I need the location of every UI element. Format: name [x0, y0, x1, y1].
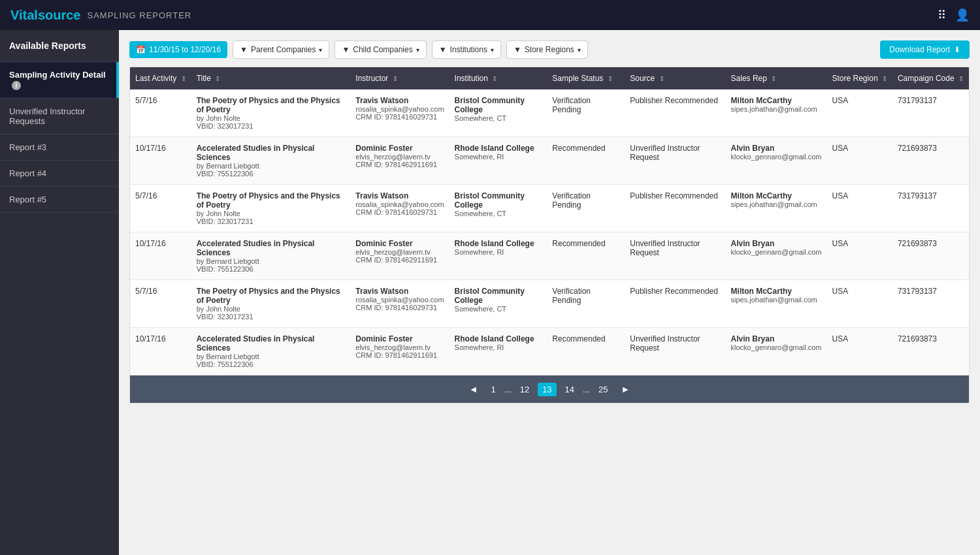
page-1-button[interactable]: 1 — [487, 383, 500, 396]
download-report-button[interactable]: Download Report ⬇ — [880, 40, 970, 59]
cell-source: Publisher Recommended — [625, 89, 725, 137]
cell-last-activity: 10/17/16 — [130, 137, 191, 185]
book-title: The Poetry of Physics and the Physics of… — [197, 191, 346, 210]
cell-title: Accelerated Studies in Physical Sciences… — [191, 328, 351, 375]
cell-campaign-code: 721693873 — [892, 328, 969, 375]
filter-icon: ▼ — [439, 45, 447, 54]
cell-sample-status: Verification Pending — [547, 280, 625, 328]
book-author: by John Nolte — [197, 305, 346, 313]
sidebar-item-report5[interactable]: Report #5 — [0, 187, 119, 213]
col-source[interactable]: Source ⇕ — [625, 67, 725, 89]
chevron-down-icon: ▾ — [416, 46, 419, 54]
col-instructor[interactable]: Instructor ⇕ — [350, 67, 449, 89]
main-content: 📅 11/30/15 to 12/20/16 ▼ Parent Companie… — [119, 30, 980, 555]
cell-store-region: USA — [827, 280, 892, 328]
instructor-email: elvis_herzog@lavern.tv — [355, 343, 444, 351]
institutions-filter[interactable]: ▼ Institutions ▾ — [432, 40, 501, 59]
table-row: 10/17/16 Accelerated Studies in Physical… — [130, 137, 969, 185]
institution-name: Rhode Island College — [455, 239, 542, 248]
cell-campaign-code: 731793137 — [892, 280, 969, 328]
parent-companies-filter[interactable]: ▼ Parent Companies ▾ — [233, 40, 329, 59]
cell-sample-status: Verification Pending — [547, 185, 625, 232]
institution-location: Somewhere, CT — [455, 210, 542, 217]
store-regions-label: Store Regions — [525, 45, 574, 54]
next-page-button[interactable]: ► — [616, 382, 634, 396]
sidebar-item-sampling-activity[interactable]: Sampling Activity Detail i — [0, 62, 119, 99]
institution-name: Rhode Island College — [455, 334, 542, 343]
page-13-button[interactable]: 13 — [538, 383, 556, 396]
table-row: 5/7/16 The Poetry of Physics and the Phy… — [130, 89, 969, 137]
col-sample-status[interactable]: Sample Status ⇕ — [547, 67, 625, 89]
cell-source: Unverified Instructor Request — [625, 137, 725, 185]
grid-icon[interactable]: ⠿ — [938, 8, 946, 22]
book-title: The Poetry of Physics and the Physics of… — [197, 96, 346, 114]
cell-institution: Bristol Community College Somewhere, CT — [449, 185, 547, 232]
instructor-name: Dominic Foster — [355, 144, 444, 153]
filters-bar: 📅 11/30/15 to 12/20/16 ▼ Parent Companie… — [129, 40, 970, 59]
cell-title: The Poetry of Physics and the Physics of… — [191, 89, 351, 137]
sales-rep-email: sipes.johathan@gmail.com — [731, 296, 822, 304]
calendar-icon: 📅 — [136, 45, 146, 54]
child-companies-filter[interactable]: ▼ Child Companies ▾ — [335, 40, 426, 59]
sidebar-item-report4[interactable]: Report #4 — [0, 161, 119, 187]
sidebar-header: Available Reports — [0, 30, 119, 62]
page-25-button[interactable]: 25 — [594, 383, 612, 396]
col-title[interactable]: Title ⇕ — [191, 67, 351, 89]
col-sales-rep[interactable]: Sales Rep ⇕ — [726, 67, 827, 89]
sales-rep-email: klocko_gennaro@gmail.com — [731, 153, 822, 161]
sidebar-item-label: Sampling Activity Detail — [9, 70, 106, 80]
store-regions-filter[interactable]: ▼ Store Regions ▾ — [506, 40, 588, 59]
cell-last-activity: 10/17/16 — [130, 232, 191, 280]
cell-last-activity: 5/7/16 — [130, 89, 191, 137]
cell-instructor: Dominic Foster elvis_herzog@lavern.tv CR… — [350, 232, 449, 280]
cell-campaign-code: 731793137 — [892, 185, 969, 232]
sales-rep-name: Milton McCarthy — [731, 191, 822, 200]
cell-store-region: USA — [827, 89, 892, 137]
sales-rep-name: Milton McCarthy — [731, 287, 822, 296]
logo-vital: Vital — [10, 8, 38, 22]
page-14-button[interactable]: 14 — [561, 383, 579, 396]
instructor-name: Travis Watson — [355, 96, 444, 105]
col-campaign-code[interactable]: Campaign Code ⇕ — [892, 67, 969, 89]
book-author: by John Nolte — [197, 210, 346, 217]
table-header-row: Last Activity ⇕ Title ⇕ Instructor ⇕ Ins… — [130, 67, 969, 89]
cell-sample-status: Recommended — [547, 232, 625, 280]
cell-institution: Rhode Island College Somewhere, RI — [449, 137, 547, 185]
cell-store-region: USA — [827, 137, 892, 185]
prev-page-button[interactable]: ◄ — [465, 382, 483, 396]
cell-campaign-code: 731793137 — [892, 89, 969, 137]
cell-institution: Bristol Community College Somewhere, CT — [449, 89, 547, 137]
instructor-crmid: CRM ID: 9781462911691 — [355, 161, 444, 168]
institution-name: Rhode Island College — [455, 144, 542, 153]
sidebar-item-unverified[interactable]: Unverified Instructor Requests — [0, 99, 119, 135]
sales-rep-name: Milton McCarthy — [731, 96, 822, 105]
cell-institution: Bristol Community College Somewhere, CT — [449, 280, 547, 328]
book-title: Accelerated Studies in Physical Sciences — [197, 239, 346, 257]
table-row: 5/7/16 The Poetry of Physics and the Phy… — [130, 185, 969, 232]
book-author: by Bernard Liebgott — [197, 353, 346, 360]
page-12-button[interactable]: 12 — [515, 383, 534, 396]
book-vbid: VBID: 755122306 — [197, 265, 346, 273]
book-vbid: VBID: 323017231 — [197, 313, 346, 321]
instructor-email: rosalia_spinka@yahoo.com — [355, 296, 444, 304]
chevron-down-icon: ▾ — [319, 46, 322, 54]
cell-sales-rep: Milton McCarthy sipes.johathan@gmail.com — [726, 89, 827, 137]
app-title: SAMPLING REPORTER — [87, 10, 191, 20]
instructor-name: Travis Watson — [355, 191, 444, 200]
cell-sample-status: Verification Pending — [547, 89, 625, 137]
institution-name: Bristol Community College — [455, 96, 542, 114]
col-institution[interactable]: Institution ⇕ — [449, 67, 547, 89]
cell-source: Unverified Instructor Request — [625, 328, 725, 375]
sidebar-item-label: Report #4 — [9, 168, 46, 178]
institution-location: Somewhere, CT — [455, 114, 542, 122]
institution-name: Bristol Community College — [455, 287, 542, 305]
institutions-label: Institutions — [450, 45, 487, 54]
col-store-region[interactable]: Store Region ⇕ — [827, 67, 892, 89]
user-icon[interactable]: 👤 — [955, 8, 970, 22]
cell-sample-status: Recommended — [547, 137, 625, 185]
filter-icon: ▼ — [514, 45, 521, 54]
sidebar-item-report3[interactable]: Report #3 — [0, 135, 119, 161]
institution-location: Somewhere, RI — [455, 153, 542, 161]
date-range-filter[interactable]: 📅 11/30/15 to 12/20/16 — [129, 41, 227, 58]
col-last-activity[interactable]: Last Activity ⇕ — [130, 67, 191, 89]
